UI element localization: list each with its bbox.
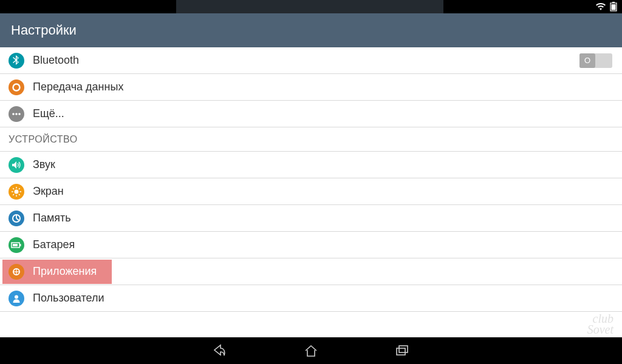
nav-bar bbox=[0, 337, 622, 364]
svg-point-23 bbox=[15, 295, 18, 298]
settings-list: Bluetooth O Передача данных Ещё... УСТРО… bbox=[0, 47, 622, 337]
row-users[interactable]: Пользователи bbox=[0, 285, 622, 312]
svg-line-13 bbox=[19, 194, 20, 195]
svg-line-12 bbox=[13, 188, 14, 189]
battery-row-icon bbox=[9, 237, 24, 253]
svg-rect-19 bbox=[13, 244, 18, 246]
row-label: Ещё... bbox=[33, 107, 64, 120]
svg-rect-25 bbox=[399, 346, 408, 352]
nav-home-button[interactable] bbox=[302, 342, 320, 360]
svg-point-6 bbox=[18, 113, 21, 115]
status-overlay bbox=[176, 0, 443, 13]
page-title: Настройки bbox=[11, 22, 77, 38]
row-label: Bluetooth bbox=[33, 54, 79, 67]
row-label: Звук bbox=[33, 158, 55, 171]
storage-icon bbox=[9, 211, 24, 226]
row-storage[interactable]: Память bbox=[0, 205, 622, 232]
svg-rect-1 bbox=[612, 2, 615, 3]
users-icon bbox=[9, 291, 24, 306]
sound-icon bbox=[9, 157, 24, 173]
nav-back-button[interactable] bbox=[211, 342, 229, 360]
row-battery[interactable]: Батарея bbox=[0, 232, 622, 258]
row-bluetooth[interactable]: Bluetooth O bbox=[0, 47, 622, 74]
row-label: Пользователи bbox=[33, 292, 104, 305]
svg-point-4 bbox=[12, 113, 15, 115]
row-label: Экран bbox=[33, 185, 64, 198]
battery-icon bbox=[610, 2, 617, 12]
row-label: Приложения bbox=[33, 265, 97, 278]
svg-rect-18 bbox=[20, 244, 21, 246]
bluetooth-icon bbox=[9, 53, 24, 69]
toggle-knob: O bbox=[579, 53, 595, 68]
section-device: УСТРОЙСТВО bbox=[0, 127, 622, 152]
apps-icon bbox=[9, 264, 24, 280]
title-bar: Настройки bbox=[0, 13, 622, 47]
svg-line-15 bbox=[19, 188, 20, 189]
row-label: Батарея bbox=[33, 238, 75, 251]
svg-line-14 bbox=[13, 194, 14, 195]
row-more[interactable]: Ещё... bbox=[0, 101, 622, 127]
nav-recent-button[interactable] bbox=[393, 342, 411, 360]
wifi-icon bbox=[595, 2, 606, 11]
status-bar bbox=[0, 0, 622, 13]
svg-point-3 bbox=[13, 84, 20, 90]
row-data-usage[interactable]: Передача данных bbox=[0, 74, 622, 101]
svg-point-5 bbox=[15, 113, 18, 115]
svg-rect-2 bbox=[612, 4, 616, 10]
bluetooth-toggle[interactable]: O bbox=[579, 53, 612, 68]
display-icon bbox=[9, 184, 24, 200]
data-usage-icon bbox=[9, 79, 24, 95]
svg-rect-24 bbox=[397, 348, 405, 355]
row-sound[interactable]: Звук bbox=[0, 152, 622, 178]
row-label: Передача данных bbox=[33, 81, 123, 93]
more-icon bbox=[9, 106, 24, 122]
watermark: club Sovet bbox=[587, 313, 613, 335]
row-display[interactable]: Экран bbox=[0, 178, 622, 205]
svg-point-7 bbox=[15, 189, 19, 194]
row-label: Память bbox=[33, 212, 71, 224]
row-apps[interactable]: Приложения bbox=[0, 258, 622, 285]
